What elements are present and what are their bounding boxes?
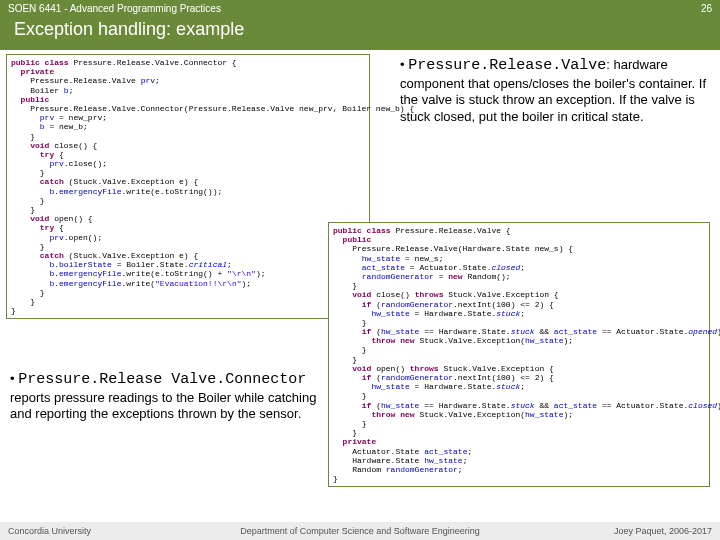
footer-author: Joey Paquet, 2006-2017 bbox=[520, 526, 720, 536]
valve-class-name: Pressure.Release.Valve bbox=[408, 57, 606, 74]
slide-title: Exception handling: example bbox=[0, 17, 720, 46]
slide-content: public class Pressure.Release.Valve.Conn… bbox=[0, 50, 720, 522]
code-box-connector: public class Pressure.Release.Valve.Conn… bbox=[6, 54, 370, 319]
footer-department: Department of Computer Science and Softw… bbox=[200, 526, 520, 536]
slide-header: SOEN 6441 - Advanced Programming Practic… bbox=[0, 0, 720, 50]
connector-class-name: Pressure.Release Valve.Connector bbox=[18, 371, 306, 388]
slide-footer: Concordia University Department of Compu… bbox=[0, 522, 720, 540]
connector-description: • Pressure.Release Valve.Connector repor… bbox=[10, 370, 320, 423]
page-number: 26 bbox=[701, 3, 712, 14]
footer-university: Concordia University bbox=[0, 526, 200, 536]
connector-description-body: reports pressure readings to the Boiler … bbox=[10, 390, 316, 422]
course-label: SOEN 6441 - Advanced Programming Practic… bbox=[0, 0, 720, 17]
valve-description: • Pressure.Release.Valve: hardware compo… bbox=[400, 56, 710, 126]
code-box-valve: public class Pressure.Release.Valve { pu… bbox=[328, 222, 710, 487]
